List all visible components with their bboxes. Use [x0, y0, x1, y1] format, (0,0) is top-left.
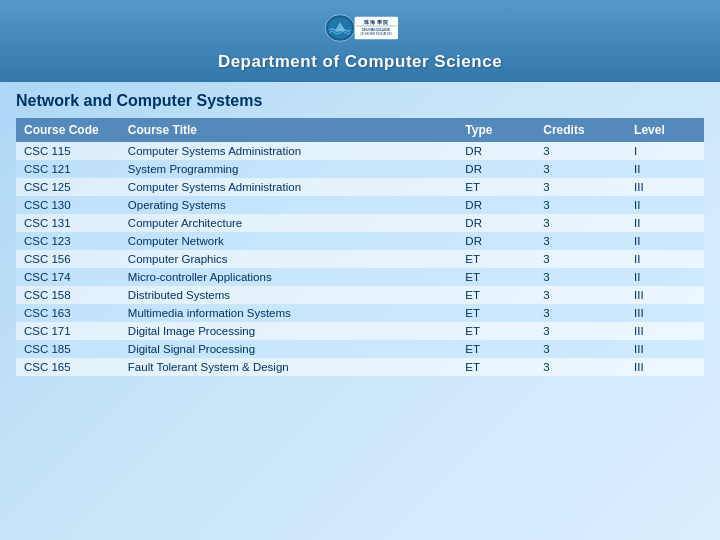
cell-title: Digital Signal Processing: [120, 340, 458, 358]
cell-title: Operating Systems: [120, 196, 458, 214]
col-header-type: Type: [457, 118, 535, 142]
cell-title: Multimedia information Systems: [120, 304, 458, 322]
section-title: Network and Computer Systems: [16, 92, 704, 110]
table-row: CSC 115Computer Systems AdministrationDR…: [16, 142, 704, 160]
table-row: CSC 174Micro-controller ApplicationsET3I…: [16, 268, 704, 286]
cell-code: CSC 171: [16, 322, 120, 340]
table-row: CSC 165Fault Tolerant System & DesignET3…: [16, 358, 704, 376]
cell-type: ET: [457, 340, 535, 358]
cell-type: DR: [457, 232, 535, 250]
cell-level: II: [626, 268, 704, 286]
cell-credits: 3: [535, 250, 626, 268]
svg-text:珠 海 學 院: 珠 海 學 院: [363, 19, 388, 25]
cell-credits: 3: [535, 214, 626, 232]
cell-title: Computer Systems Administration: [120, 178, 458, 196]
cell-credits: 3: [535, 340, 626, 358]
cell-type: DR: [457, 196, 535, 214]
cell-type: ET: [457, 322, 535, 340]
table-row: CSC 131Computer ArchitectureDR3II: [16, 214, 704, 232]
cell-title: Computer Network: [120, 232, 458, 250]
table-row: CSC 185Digital Signal ProcessingET3III: [16, 340, 704, 358]
cell-type: DR: [457, 160, 535, 178]
cell-code: CSC 130: [16, 196, 120, 214]
cell-code: CSC 156: [16, 250, 120, 268]
main-content: Network and Computer Systems Course Code…: [0, 82, 720, 384]
cell-code: CSC 185: [16, 340, 120, 358]
cell-title: Computer Systems Administration: [120, 142, 458, 160]
courses-table: Course Code Course Title Type Credits Le…: [16, 118, 704, 376]
cell-type: ET: [457, 268, 535, 286]
cell-credits: 3: [535, 232, 626, 250]
cell-credits: 3: [535, 142, 626, 160]
cell-credits: 3: [535, 196, 626, 214]
col-header-credits: Credits: [535, 118, 626, 142]
table-row: CSC 156Computer GraphicsET3II: [16, 250, 704, 268]
header-title: Department of Computer Science: [0, 52, 720, 72]
cell-code: CSC 158: [16, 286, 120, 304]
cell-level: II: [626, 214, 704, 232]
cell-credits: 3: [535, 304, 626, 322]
cell-code: CSC 165: [16, 358, 120, 376]
cell-type: ET: [457, 178, 535, 196]
cell-type: ET: [457, 304, 535, 322]
page-header: 珠 海 學 院 CHU HAI COLLEGE OF HIGHER EDUCAT…: [0, 0, 720, 82]
college-logo: 珠 海 學 院 CHU HAI COLLEGE OF HIGHER EDUCAT…: [320, 8, 400, 48]
cell-level: II: [626, 250, 704, 268]
cell-title: Digital Image Processing: [120, 322, 458, 340]
table-header-row: Course Code Course Title Type Credits Le…: [16, 118, 704, 142]
table-row: CSC 171Digital Image ProcessingET3III: [16, 322, 704, 340]
cell-credits: 3: [535, 268, 626, 286]
cell-credits: 3: [535, 178, 626, 196]
col-header-code: Course Code: [16, 118, 120, 142]
cell-code: CSC 123: [16, 232, 120, 250]
table-row: CSC 125Computer Systems AdministrationET…: [16, 178, 704, 196]
cell-level: II: [626, 196, 704, 214]
cell-code: CSC 115: [16, 142, 120, 160]
cell-credits: 3: [535, 160, 626, 178]
cell-type: ET: [457, 250, 535, 268]
table-row: CSC 130Operating SystemsDR3II: [16, 196, 704, 214]
cell-level: I: [626, 142, 704, 160]
cell-credits: 3: [535, 286, 626, 304]
cell-code: CSC 131: [16, 214, 120, 232]
col-header-title: Course Title: [120, 118, 458, 142]
cell-title: Fault Tolerant System & Design: [120, 358, 458, 376]
table-row: CSC 163Multimedia information SystemsET3…: [16, 304, 704, 322]
svg-text:OF HIGHER EDUCATION: OF HIGHER EDUCATION: [361, 32, 392, 36]
cell-level: III: [626, 304, 704, 322]
cell-credits: 3: [535, 358, 626, 376]
cell-type: ET: [457, 286, 535, 304]
cell-level: II: [626, 160, 704, 178]
cell-level: II: [626, 232, 704, 250]
cell-title: Micro-controller Applications: [120, 268, 458, 286]
cell-title: System Programming: [120, 160, 458, 178]
cell-level: III: [626, 358, 704, 376]
col-header-level: Level: [626, 118, 704, 142]
cell-type: DR: [457, 142, 535, 160]
cell-code: CSC 174: [16, 268, 120, 286]
table-row: CSC 123Computer NetworkDR3II: [16, 232, 704, 250]
cell-title: Computer Architecture: [120, 214, 458, 232]
svg-text:CHU HAI COLLEGE: CHU HAI COLLEGE: [362, 28, 390, 32]
cell-level: III: [626, 178, 704, 196]
cell-code: CSC 163: [16, 304, 120, 322]
cell-type: ET: [457, 358, 535, 376]
table-row: CSC 158Distributed SystemsET3III: [16, 286, 704, 304]
cell-level: III: [626, 286, 704, 304]
logo-area: 珠 海 學 院 CHU HAI COLLEGE OF HIGHER EDUCAT…: [0, 8, 720, 48]
cell-level: III: [626, 322, 704, 340]
cell-code: CSC 125: [16, 178, 120, 196]
cell-level: III: [626, 340, 704, 358]
cell-credits: 3: [535, 322, 626, 340]
cell-type: DR: [457, 214, 535, 232]
cell-code: CSC 121: [16, 160, 120, 178]
table-row: CSC 121System ProgrammingDR3II: [16, 160, 704, 178]
cell-title: Distributed Systems: [120, 286, 458, 304]
cell-title: Computer Graphics: [120, 250, 458, 268]
